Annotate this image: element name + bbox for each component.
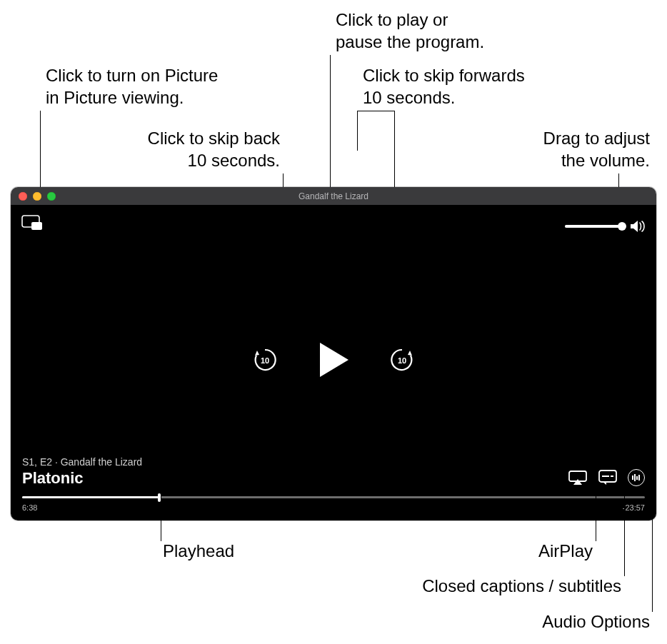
callout-playhead: Playhead (163, 540, 234, 562)
leader-line (357, 111, 358, 151)
svg-rect-10 (636, 476, 638, 480)
captions-button[interactable] (598, 470, 618, 485)
svg-rect-6 (602, 476, 609, 477)
leader-line (652, 485, 653, 612)
leader-line (624, 485, 625, 576)
window-maximize-button[interactable] (47, 192, 56, 201)
volume-slider-fill (565, 225, 622, 228)
episode-info: S1, E2 · Gandalf the Lizard (22, 456, 142, 468)
skip-forward-10-button[interactable]: 10 (388, 346, 416, 373)
airplay-button[interactable] (568, 470, 588, 485)
callout-airplay: AirPlay (443, 540, 593, 562)
player-window: Gandalf the Lizard (11, 187, 656, 520)
show-title: Platonic (22, 469, 142, 488)
pip-icon (21, 215, 43, 231)
callout-skip-back: Click to skip back10 seconds. (87, 127, 280, 171)
volume-slider-knob[interactable] (618, 222, 626, 231)
volume-slider-track[interactable] (565, 225, 622, 228)
svg-rect-1 (31, 222, 42, 230)
callout-play: Click to play orpause the program. (336, 9, 543, 53)
svg-text:10: 10 (261, 356, 269, 365)
svg-rect-7 (611, 476, 613, 477)
scrubber-progress (22, 496, 159, 498)
skip-forward-10-icon: 10 (389, 347, 415, 373)
svg-text:10: 10 (398, 356, 406, 365)
skip-back-10-icon: 10 (252, 347, 278, 373)
video-area[interactable]: 10 10 (11, 205, 656, 520)
center-playback-controls: 10 10 (11, 341, 656, 379)
leader-line (161, 491, 161, 541)
callout-volume: Drag to adjustthe volume. (457, 127, 650, 171)
time-elapsed: 6:38 (22, 503, 37, 512)
callout-captions: Closed captions / subtitles (357, 575, 621, 597)
svg-rect-9 (634, 474, 636, 481)
window-close-button[interactable] (19, 192, 27, 201)
svg-rect-8 (632, 476, 633, 480)
play-pause-button[interactable] (316, 341, 351, 379)
callout-skip-forward: Click to skip forwards10 seconds. (363, 64, 570, 109)
pip-button[interactable] (21, 215, 44, 231)
scrubber[interactable] (22, 493, 645, 500)
window-minimize-button[interactable] (33, 192, 41, 201)
window-title: Gandalf the Lizard (11, 191, 656, 201)
callout-pip: Click to turn on Picturein Picture viewi… (46, 64, 274, 109)
speaker-icon (629, 219, 646, 233)
svg-rect-11 (638, 475, 640, 481)
captions-icon (598, 470, 617, 485)
airplay-icon (568, 471, 587, 485)
play-icon (316, 341, 351, 379)
audio-options-icon (631, 473, 641, 483)
volume-control[interactable] (565, 219, 646, 233)
leader-line (357, 111, 394, 111)
time-remaining: -23:57 (623, 503, 645, 512)
window-titlebar: Gandalf the Lizard (11, 187, 656, 205)
leader-line (596, 485, 596, 541)
audio-options-button[interactable] (628, 469, 645, 486)
skip-back-10-button[interactable]: 10 (251, 346, 279, 373)
callout-audio-options: Audio Options (443, 610, 650, 633)
